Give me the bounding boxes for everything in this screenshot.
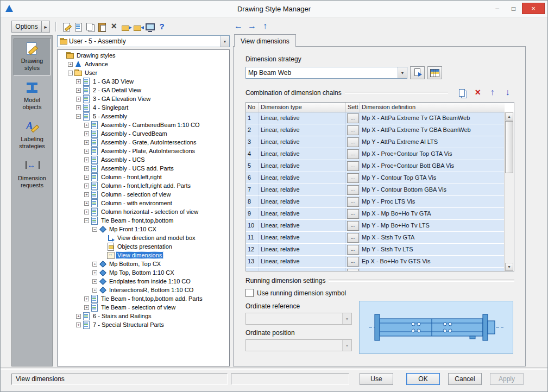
toolbar-help-button[interactable]	[156, 21, 168, 33]
settings-button[interactable]: ...	[347, 209, 359, 219]
expand-icon[interactable]: +	[84, 149, 89, 154]
tree-item[interactable]: +1 - GA 3D View	[58, 77, 229, 86]
table-row[interactable]: 8Linear, relative...Mp Y - Proc LTS Vis	[246, 196, 505, 208]
settings-button[interactable]: ...	[347, 161, 359, 171]
tree-item[interactable]: +Assembly - CurvedBeam	[58, 129, 229, 138]
settings-button[interactable]: ...	[347, 245, 359, 255]
copy-chain-button[interactable]	[457, 87, 469, 99]
table-row[interactable]: 5Linear, relative...Mp X - Proc+Contour …	[246, 160, 505, 172]
tree-item[interactable]: −Tie Beam - front,top,bottom	[58, 216, 229, 225]
expand-icon[interactable]: +	[84, 305, 89, 310]
running-symbol-checkbox[interactable]	[245, 289, 254, 297]
table-row[interactable]: 2Linear, relative...Mp X - AttPa Extreme…	[246, 124, 505, 136]
table-row[interactable]: 9Linear, relative...Mp X - Mp Bo+Ho Tv G…	[246, 208, 505, 220]
scroll-up-icon[interactable]: ▲	[505, 112, 513, 121]
settings-button[interactable]: ...	[347, 269, 359, 271]
dimension-strategy-combo[interactable]: Mp Beam Web ▼	[245, 67, 407, 79]
tree-item[interactable]: +Column - front,left,right add. Parts	[58, 181, 229, 190]
expand-icon[interactable]: +	[84, 166, 89, 171]
tree-item[interactable]: +Assembly - Grate, AutoIntersections	[58, 138, 229, 147]
settings-button[interactable]: ...	[347, 149, 359, 159]
expand-icon[interactable]: +	[84, 123, 89, 128]
expand-icon[interactable]: +	[76, 323, 81, 327]
sidebar-item-dimension-requests[interactable]: Dimension requests	[14, 156, 51, 193]
tree-item[interactable]: Drawing styles	[58, 51, 229, 60]
tree-item[interactable]: +Mp Top, Bottom 1:10 CX	[58, 268, 229, 277]
expand-icon[interactable]: +	[76, 105, 81, 110]
scrollbar-thumb[interactable]	[505, 121, 513, 173]
settings-button[interactable]: ...	[347, 257, 359, 267]
tree-item[interactable]: −5 - Assembly	[58, 112, 229, 121]
tree-item[interactable]: +6 - Stairs and Railings	[58, 312, 229, 320]
table-row[interactable]: 13Linear, relative...Ep X - Bo+Ho Tv GTS…	[246, 256, 505, 268]
style-selector-combo[interactable]: User - 5 - Assembly ▼	[57, 35, 230, 47]
expand-icon[interactable]: +	[76, 88, 81, 93]
tree-item[interactable]: +Assembly - UCS add. Parts	[58, 164, 229, 173]
tree-item[interactable]: +Assembly - CamberedBeam 1:10 CO	[58, 121, 229, 129]
tree-item[interactable]: View dimensions	[58, 251, 229, 260]
collapse-icon[interactable]: −	[68, 71, 73, 75]
expand-icon[interactable]: +	[76, 97, 81, 102]
table-row[interactable]: 12Linear, relative...Mp Y - Stsh Tv LTS	[246, 244, 505, 256]
expand-icon[interactable]: +	[84, 296, 89, 301]
tree-item[interactable]: +3 - GA Elevation View	[58, 94, 229, 103]
toolbar-new-sheet-button[interactable]	[72, 21, 84, 33]
sidebar-item-drawing-styles[interactable]: Drawing styles	[14, 39, 51, 75]
tree-item[interactable]: +Advance	[58, 60, 229, 68]
use-button[interactable]: Use	[360, 373, 393, 385]
tree-item[interactable]: +Column - front,left,right	[58, 173, 229, 181]
nav-back-button[interactable]	[232, 21, 245, 33]
tree-item[interactable]: +Tie Beam - front,top,bottom add. Parts	[58, 294, 229, 303]
close-button[interactable]: ×	[522, 3, 545, 14]
expand-icon[interactable]: +	[84, 140, 89, 145]
tree-item[interactable]: +Endplates from inside 1:10 CO	[58, 277, 229, 286]
tree-item[interactable]: +Column - selection of view	[58, 190, 229, 199]
maximize-button[interactable]: □	[506, 3, 521, 14]
expand-icon[interactable]: +	[92, 270, 97, 275]
expand-icon[interactable]: +	[92, 279, 97, 284]
table-row[interactable]: 14Linear, relative...Ep X - Bo+Ho Tv GBS…	[246, 268, 505, 271]
expand-icon[interactable]: +	[92, 288, 97, 293]
tree-item[interactable]: +4 - Singlepart	[58, 103, 229, 112]
toolbar-delete-button[interactable]	[108, 21, 120, 33]
table-row[interactable]: 1Linear, relative...Mp X - AttPa Extreme…	[246, 112, 505, 124]
ok-button[interactable]: OK	[406, 373, 440, 385]
options-button[interactable]: Options	[11, 21, 42, 33]
tree-item[interactable]: +Mp Bottom, Top CX	[58, 260, 229, 268]
tree-item[interactable]: View direction and model box	[58, 233, 229, 242]
tree-item[interactable]: +7 - Special Structural Parts	[58, 320, 229, 329]
toolbar-preview-button[interactable]	[144, 21, 156, 33]
expand-icon[interactable]: +	[76, 314, 81, 319]
table-row[interactable]: 4Linear, relative...Mp X - Proc+Contour …	[246, 148, 505, 160]
expand-icon[interactable]: +	[76, 79, 81, 84]
expand-icon[interactable]: +	[84, 192, 89, 197]
tree-item[interactable]: −User	[58, 68, 229, 77]
table-row[interactable]: 6Linear, relative...Mp Y - Contour Top G…	[246, 172, 505, 184]
tree-item[interactable]: +Column horizontal - selection of view	[58, 207, 229, 216]
table-row[interactable]: 10Linear, relative...Mp Y - Mp Bo+Ho Tv …	[246, 220, 505, 232]
cancel-button[interactable]: Cancel	[448, 373, 482, 385]
expand-icon[interactable]: +	[68, 62, 73, 67]
new-strategy-button[interactable]	[410, 66, 425, 79]
tree-item[interactable]: +Column - with environment	[58, 199, 229, 207]
collapse-icon[interactable]: −	[92, 227, 97, 232]
expand-icon[interactable]: +	[92, 262, 97, 267]
scroll-down-icon[interactable]: ▼	[505, 263, 513, 271]
settings-button[interactable]: ...	[347, 233, 359, 243]
nav-up-button[interactable]	[259, 21, 273, 33]
expand-icon[interactable]: +	[84, 201, 89, 206]
delete-chain-button[interactable]	[472, 87, 484, 99]
table-row[interactable]: 11Linear, relative...Mp X - Stsh Tv GTA	[246, 232, 505, 244]
settings-button[interactable]: ...	[347, 221, 359, 231]
tree-item[interactable]: +Tie Beam - selection of view	[58, 303, 229, 312]
minimize-button[interactable]: –	[489, 3, 505, 14]
options-expand-button[interactable]: ▸	[42, 21, 50, 33]
toolbar-import-button[interactable]	[120, 21, 132, 33]
chevron-down-icon[interactable]: ▼	[220, 36, 229, 47]
tab-view-dimensions[interactable]: View dimensions	[234, 34, 296, 47]
toolbar-copy-button[interactable]	[84, 21, 96, 33]
settings-button[interactable]: ...	[347, 173, 359, 183]
settings-button[interactable]: ...	[347, 125, 359, 135]
move-down-button[interactable]	[502, 87, 514, 99]
tree-item[interactable]: +Assembly - UCS	[58, 155, 229, 164]
